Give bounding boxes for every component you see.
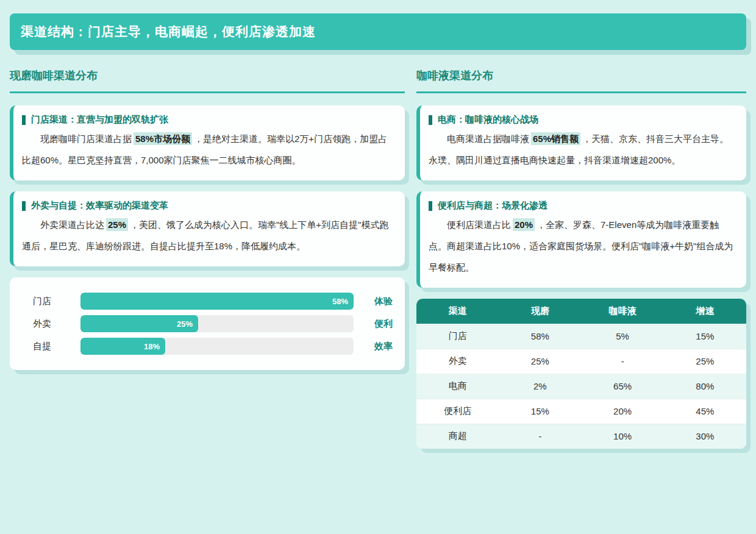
card-delivery-pickup: 外卖与自提：效率驱动的渠道变革 外卖渠道占比达25%，美团、饿了么成为核心入口。…: [10, 191, 405, 266]
infographic-page: 渠道结构：门店主导，电商崛起，便利店渗透加速 现磨咖啡渠道分布 门店渠道：直营与…: [0, 0, 756, 458]
body-text: 便利店渠道占比: [447, 219, 511, 230]
title-marker-icon: [22, 201, 26, 211]
cell-fresh: 2%: [499, 374, 581, 399]
cell-channel: 外卖: [416, 349, 499, 374]
cell-liquid: -: [582, 349, 664, 374]
title-marker-icon: [22, 115, 26, 125]
bar-row-delivery: 外卖 25% 便利: [20, 315, 395, 332]
table-row: 门店 58% 5% 15%: [416, 324, 746, 349]
cell-growth: 30%: [664, 424, 746, 449]
cell-fresh: -: [499, 424, 581, 449]
card-ecommerce: 电商：咖啡液的核心战场 电商渠道占据咖啡液65%销售额，天猫、京东、抖音三大平台…: [416, 105, 746, 180]
bar-annotation: 便利: [354, 318, 395, 330]
cell-fresh: 15%: [499, 399, 581, 424]
bar-value-label: 18%: [144, 342, 160, 351]
cell-channel: 门店: [416, 324, 499, 349]
cell-fresh: 58%: [499, 324, 581, 349]
column-coffee-liquid: 咖啡液渠道分布 电商：咖啡液的核心战场 电商渠道占据咖啡液65%销售额，天猫、京…: [416, 63, 746, 449]
bar-track: 58%: [80, 293, 354, 310]
cell-growth: 45%: [664, 399, 746, 424]
bar-store: 58%: [80, 293, 354, 310]
highlight-value: 20%: [513, 218, 535, 231]
title-marker-icon: [429, 115, 432, 125]
card-ecommerce-body: 电商渠道占据咖啡液65%销售额，天猫、京东、抖音三大平台主导。永璞、隅田川通过直…: [429, 128, 735, 171]
table-header-fresh: 现磨: [499, 299, 581, 324]
bar-category-label: 自提: [20, 341, 80, 352]
bar-row-store: 门店 58% 体验: [20, 293, 395, 310]
table-row: 商超 - 10% 30%: [416, 424, 746, 449]
bar-track: 18%: [80, 338, 354, 355]
bar-delivery: 25%: [80, 315, 198, 332]
cell-fresh: 25%: [499, 349, 581, 374]
cell-liquid: 5%: [582, 324, 664, 349]
cell-channel: 便利店: [416, 399, 499, 424]
cell-growth: 25%: [664, 349, 746, 374]
bar-annotation: 效率: [354, 341, 395, 352]
content-columns: 现磨咖啡渠道分布 门店渠道：直营与加盟的双轨扩张 现磨咖啡门店渠道占据58%市场…: [10, 63, 746, 449]
bar-track: 25%: [80, 315, 354, 332]
cell-channel: 商超: [416, 424, 499, 449]
cell-growth: 80%: [664, 374, 746, 399]
table-header-channel: 渠道: [416, 299, 499, 324]
cell-channel: 电商: [416, 374, 499, 399]
table-row: 电商 2% 65% 80%: [416, 374, 746, 399]
card-delivery-pickup-body: 外卖渠道占比达25%，美团、饿了么成为核心入口。瑞幸"线上下单+到店自提"模式跑…: [22, 214, 394, 257]
cell-growth: 15%: [664, 324, 746, 349]
body-text: 现磨咖啡门店渠道占据: [40, 134, 132, 144]
card-store-channel-title-row: 门店渠道：直营与加盟的双轨扩张: [22, 114, 394, 126]
card-convenience-store: 便利店与商超：场景化渗透 便利店渠道占比20%，全家、罗森、7-Eleven等成…: [416, 191, 746, 288]
table-row: 外卖 25% - 25%: [416, 349, 746, 374]
page-title-banner: 渠道结构：门店主导，电商崛起，便利店渗透加速: [10, 13, 746, 50]
card-ecommerce-title-row: 电商：咖啡液的核心战场: [429, 114, 735, 126]
bar-row-pickup: 自提 18% 效率: [20, 338, 395, 355]
cell-liquid: 65%: [582, 374, 664, 399]
table-header-liquid: 咖啡液: [582, 299, 664, 324]
highlight-value: 58%市场份额: [134, 132, 192, 145]
channel-bar-chart: 门店 58% 体验 外卖 25% 便利: [10, 277, 405, 370]
card-store-channel: 门店渠道：直营与加盟的双轨扩张 现磨咖啡门店渠道占据58%市场份额，是绝对主渠道…: [10, 105, 405, 180]
section-title-fresh-coffee: 现磨咖啡渠道分布: [10, 63, 405, 93]
bar-value-label: 58%: [332, 297, 348, 306]
highlight-value: 25%: [106, 218, 128, 231]
table-header-row: 渠道 现磨 咖啡液 增速: [416, 299, 746, 324]
card-ecommerce-title: 电商：咖啡液的核心战场: [438, 114, 538, 126]
card-store-channel-body: 现磨咖啡门店渠道占据58%市场份额，是绝对主渠道。瑞幸以2万+门店领跑，加盟占比…: [22, 128, 394, 171]
bar-value-label: 25%: [177, 319, 193, 329]
card-delivery-pickup-title-row: 外卖与自提：效率驱动的渠道变革: [22, 200, 394, 212]
channel-comparison-table: 渠道 现磨 咖啡液 增速 门店 58% 5% 15%: [416, 299, 746, 449]
cell-liquid: 20%: [582, 399, 664, 424]
bar-category-label: 门店: [20, 296, 80, 307]
bar-pickup: 18%: [80, 338, 165, 355]
section-title-coffee-liquid: 咖啡液渠道分布: [416, 63, 746, 93]
card-convenience-store-body: 便利店渠道占比20%，全家、罗森、7-Eleven等成为咖啡液重要触点。商超渠道…: [429, 214, 735, 278]
table-row: 便利店 15% 20% 45%: [416, 399, 746, 424]
column-fresh-coffee: 现磨咖啡渠道分布 门店渠道：直营与加盟的双轨扩张 现磨咖啡门店渠道占据58%市场…: [10, 63, 405, 449]
bar-category-label: 外卖: [20, 318, 80, 330]
card-convenience-store-title: 便利店与商超：场景化渗透: [438, 200, 547, 212]
page-title: 渠道结构：门店主导，电商崛起，便利店渗透加速: [21, 24, 316, 38]
bar-annotation: 体验: [354, 296, 395, 307]
card-store-channel-title: 门店渠道：直营与加盟的双轨扩张: [31, 114, 168, 126]
card-convenience-store-title-row: 便利店与商超：场景化渗透: [429, 200, 735, 212]
channel-comparison-table-card: 渠道 现磨 咖啡液 增速 门店 58% 5% 15%: [416, 299, 746, 449]
highlight-value: 65%销售额: [531, 132, 580, 145]
card-delivery-pickup-title: 外卖与自提：效率驱动的渠道变革: [31, 200, 168, 212]
table-header-growth: 增速: [664, 299, 746, 324]
body-text: 电商渠道占据咖啡液: [447, 134, 529, 144]
title-marker-icon: [429, 201, 432, 211]
body-text: 外卖渠道占比达: [40, 219, 104, 230]
cell-liquid: 10%: [582, 424, 664, 449]
